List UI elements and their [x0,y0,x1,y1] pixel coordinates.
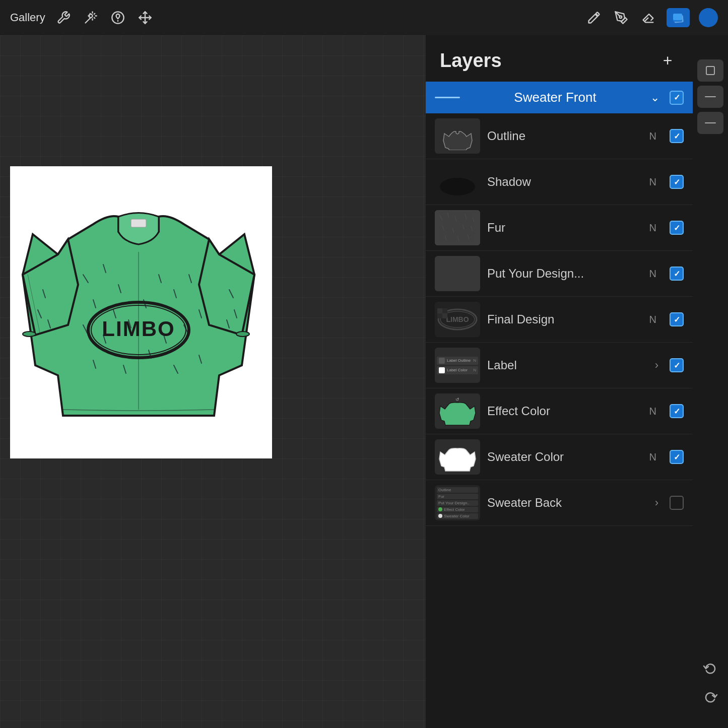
layer-thumb-sweater-back: Outline Fur Put Your Design.. Effect Col… [435,485,480,520]
eraser-icon[interactable] [639,9,657,27]
layer-item-outline[interactable]: Outline N [426,113,693,159]
svg-rect-6 [131,219,146,227]
layers-title: Layers [440,50,502,72]
label-sub-row-1: Label Outline N [437,357,478,365]
right-tool-minus-mid[interactable] [697,112,723,134]
label-sub-blend-2: N [473,368,476,372]
brush-icon[interactable] [585,9,603,27]
svg-point-8 [236,332,249,337]
svg-rect-61 [705,96,716,97]
sb-dot-white [438,514,442,518]
canvas-area[interactable]: LIMBO [0,35,426,728]
main-content: LIMBO Layers + Sweater Front ⌄ [0,35,728,728]
group-name: Sweater Front [466,90,644,105]
label-sub-text-2: Label Color [447,368,468,372]
layer-blend-shadow: N [649,176,656,188]
label-sub-blend-1: N [473,358,476,363]
settings-icon[interactable] [54,9,73,27]
group-line [435,97,460,98]
layer-visibility-outline[interactable] [670,129,684,143]
toolbar: Gallery [0,0,728,35]
layer-item-effect-color[interactable]: ↺ Effect Color N [426,388,693,434]
sb-dot-green [438,507,442,511]
layer-visibility-sweater-back[interactable] [670,496,684,510]
redo-button[interactable] [702,689,718,709]
chevron-down-icon[interactable]: ⌄ [650,91,659,104]
layer-visibility-effect-color[interactable] [670,404,684,418]
layer-item-put-your-design[interactable]: Put Your Design... N [426,251,693,297]
sb-row-4: Effect Color [437,507,478,512]
layers-panel: Layers + Sweater Front ⌄ Outline N [426,35,693,728]
toolbar-right [585,8,718,27]
layers-header: Layers + [426,35,693,82]
layer-thumb-final-design: LIMBO [435,302,480,337]
layer-thumb-effect-color: ↺ [435,393,480,429]
label-swatch-outline [439,358,445,364]
layer-name-sweater-back: Sweater Back [487,496,648,510]
layer-visibility-fur[interactable] [670,221,684,235]
toolbar-left: Gallery [10,9,576,27]
canvas-drawing: LIMBO [10,166,272,458]
svg-rect-62 [705,122,716,123]
svg-point-7 [23,332,36,337]
sb-row-5: Sweater Color [437,513,478,519]
layer-blend-outline: N [649,130,656,142]
layer-thumb-put-your-design [435,256,480,291]
layers-button[interactable] [667,8,690,27]
color-picker[interactable] [699,8,718,27]
group-header-sweater-front[interactable]: Sweater Front ⌄ [426,82,693,113]
svg-rect-58 [442,313,447,318]
layer-thumb-sweater-color [435,439,480,475]
layer-name-sweater-color: Sweater Color [487,450,642,464]
layer-item-label[interactable]: Label Outline N Label Color N Label › [426,343,693,388]
layer-thumb-outline [435,118,480,154]
layer-visibility-put-your-design[interactable] [670,267,684,281]
svg-rect-55 [437,308,442,313]
layer-item-final-design[interactable]: LIMBO Final Design N [426,297,693,343]
sweater-back-sub-layers: Outline Fur Put Your Design.. Effect Col… [437,487,478,519]
layer-visibility-label[interactable] [670,358,684,372]
right-tool-rect[interactable] [697,59,723,82]
layer-item-shadow[interactable]: Shadow N [426,159,693,205]
layers-list: Outline N Shadow N [426,113,693,728]
layer-name-label: Label [487,358,648,372]
white-canvas: LIMBO [10,166,272,458]
layer-name-fur: Fur [487,221,642,235]
right-tool-minus-top[interactable] [697,86,723,108]
layer-item-fur[interactable]: Fur N [426,205,693,251]
layer-blend-sweater-color: N [649,451,656,463]
add-layer-button[interactable]: + [656,49,679,72]
sb-text-5: Sweater Color [444,514,470,518]
smudge-icon[interactable] [109,9,127,27]
sb-text-4: Effect Color [444,507,465,512]
layer-name-effect-color: Effect Color [487,404,642,418]
transform-icon[interactable] [136,9,154,27]
layer-thumb-label: Label Outline N Label Color N [435,348,480,383]
sb-text-2: Fur [438,494,444,499]
sb-row-3: Put Your Design.. [437,500,478,506]
label-sub-row-2: Label Color N [437,366,478,374]
layer-item-sweater-color[interactable]: Sweater Color N [426,434,693,480]
svg-rect-57 [437,313,442,318]
magic-wand-icon[interactable] [82,9,100,27]
layer-item-sweater-back[interactable]: Outline Fur Put Your Design.. Effect Col… [426,480,693,526]
pen-icon[interactable] [612,9,630,27]
sb-text-1: Outline [438,488,451,492]
chevron-right-icon-sweater-back[interactable]: › [655,496,658,509]
group-visibility-checkbox[interactable] [670,91,684,105]
layer-name-put-your-design: Put Your Design... [487,267,642,281]
sb-row-2: Fur [437,494,478,499]
layer-visibility-shadow[interactable] [670,175,684,189]
layer-visibility-sweater-color[interactable] [670,450,684,464]
layer-thumb-shadow [435,164,480,200]
sb-row-1: Outline [437,487,478,493]
undo-button[interactable] [702,660,718,680]
svg-rect-60 [706,67,714,75]
label-sub-text-1: Label Outline [447,358,471,363]
chevron-right-icon-label[interactable]: › [655,359,658,372]
layer-blend-put-your-design: N [649,268,656,280]
layer-visibility-final-design[interactable] [670,312,684,326]
label-sub-layers: Label Outline N Label Color N [437,357,478,374]
layer-blend-fur: N [649,222,656,234]
gallery-button[interactable]: Gallery [10,11,45,24]
